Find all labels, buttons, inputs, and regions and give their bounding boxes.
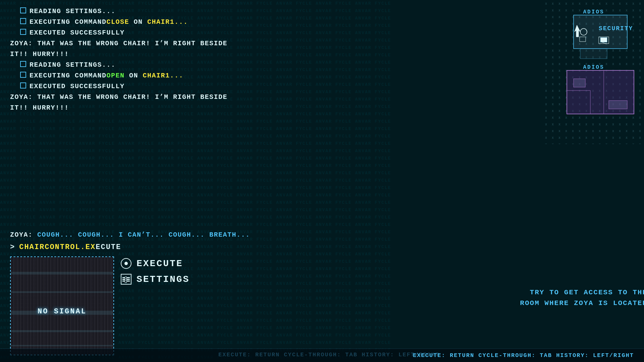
execute-menu-item[interactable]: EXECUTE — [121, 258, 190, 269]
settings-icon — [121, 274, 131, 285]
dialog-line-2: ZOYA: THAT WAS THE WRONG CHAIR! I’M RIGH… — [10, 93, 533, 102]
log-prefix-6: EXECUTING COMMAND — [30, 71, 107, 80]
command-main: CHAIRCONTROL.EX — [19, 243, 96, 251]
log-target-2: CHAIR1... — [147, 17, 188, 27]
map-label-top: ADIOS — [583, 9, 604, 15]
log-line-1: READING SETTINGS... — [10, 7, 533, 16]
dialog-line-1: ZOYA: THAT WAS THE WRONG CHAIR! I’M RIGH… — [10, 39, 533, 48]
noise-bar-2 — [11, 291, 113, 293]
checkbox-5 — [20, 61, 26, 67]
spacer — [10, 121, 533, 230]
map-svg: ADIOS SECURITY ADIOS — [547, 7, 641, 147]
settings-label: SETTINGS — [137, 274, 190, 285]
terminal-area: READING SETTINGS... EXECUTING COMMAND CL… — [0, 0, 543, 362]
map-room-inner-2 — [609, 101, 627, 109]
log-text-1: READING SETTINGS... — [30, 7, 116, 16]
cough-text: COUGH... COUGH... I CAN’T... COUGH... BR… — [37, 231, 250, 239]
execute-label: EXECUTE — [137, 258, 183, 269]
log-prefix-2: EXECUTING COMMAND — [30, 17, 107, 27]
log-on-2: ON — [129, 17, 147, 27]
camera-panel: NO SIGNAL — [10, 256, 114, 355]
map-content: ADIOS SECURITY ADIOS — [547, 7, 641, 149]
map-label-security: SECURITY — [599, 25, 633, 32]
log-on-6: ON — [125, 71, 143, 80]
dialog-line-1b: IT!! HURRY!!! — [10, 50, 533, 59]
log-text-5: READING SETTINGS... — [30, 60, 116, 70]
checkbox-2 — [20, 18, 26, 24]
map-monitor — [600, 38, 607, 42]
log-keyword-2: CLOSE — [107, 17, 129, 27]
checkbox-6 — [20, 72, 26, 78]
cough-line: ZOYA: COUGH... COUGH... I CAN’T... COUGH… — [10, 230, 533, 240]
map-label-bottom: ADIOS — [583, 64, 604, 70]
log-line-5: READING SETTINGS... — [10, 60, 533, 70]
dialog-line-2b: IT!! HURRY!!! — [10, 103, 533, 113]
checkbox-7 — [20, 82, 26, 88]
map-panel: x ADIOS SECURITY — [543, 0, 644, 362]
no-signal-text: NO SIGNAL — [38, 307, 87, 316]
log-keyword-6: OPEN — [107, 71, 125, 80]
log-text-7: EXECUTED SUCCESSFULLY — [30, 82, 125, 91]
objective-line2: ROOM WHERE ZOYA IS LOCATED — [506, 298, 644, 309]
menu-panel: EXECUTE SETTINGS — [121, 256, 190, 285]
status-bar-text: EXECUTE: RETURN CYCLE-THROUGH: TAB HISTO… — [413, 352, 634, 359]
log-text-3: EXECUTED SUCCESSFULLY — [30, 28, 125, 38]
log-target-6: CHAIR1... — [143, 71, 184, 80]
map-room-inner-1 — [574, 79, 585, 87]
bottom-section: ZOYA: COUGH... COUGH... I CAN’T... COUGH… — [10, 230, 533, 355]
checkbox-3 — [20, 29, 26, 35]
status-bar: EXECUTE: RETURN CYCLE-THROUGH: TAB HISTO… — [0, 349, 644, 362]
noise-bar-1 — [11, 272, 113, 275]
cough-speaker: ZOYA: — [10, 231, 37, 239]
log-line-6: EXECUTING COMMAND OPEN ON CHAIR1... — [10, 71, 533, 80]
main-container: READING SETTINGS... EXECUTING COMMAND CL… — [0, 0, 644, 362]
log-line-3: EXECUTED SUCCESSFULLY — [10, 28, 533, 38]
checkbox-1 — [20, 7, 26, 13]
settings-bar-3 — [122, 281, 130, 282]
camera-menu-row: NO SIGNAL EXECUTE — [10, 256, 533, 355]
command-line: > CHAIRCONTROL.EX ECUTE — [10, 243, 533, 251]
objective-line1: TRY TO GET ACCESS TO THE — [506, 287, 644, 298]
terminal-log: READING SETTINGS... EXECUTING COMMAND CL… — [10, 7, 533, 114]
prompt-arrow: > — [10, 243, 15, 251]
log-line-7: EXECUTED SUCCESSFULLY — [10, 82, 533, 91]
command-suffix: ECUTE — [96, 243, 121, 251]
objective-hint: TRY TO GET ACCESS TO THE ROOM WHERE ZOYA… — [506, 287, 644, 308]
map-corridor — [580, 49, 607, 59]
execute-icon — [121, 258, 131, 269]
noise-bar-5 — [11, 345, 113, 346]
log-line-2: EXECUTING COMMAND CLOSE ON CHAIR1... — [10, 17, 533, 27]
settings-menu-item[interactable]: SETTINGS — [121, 274, 190, 285]
noise-bar-4 — [11, 330, 113, 332]
